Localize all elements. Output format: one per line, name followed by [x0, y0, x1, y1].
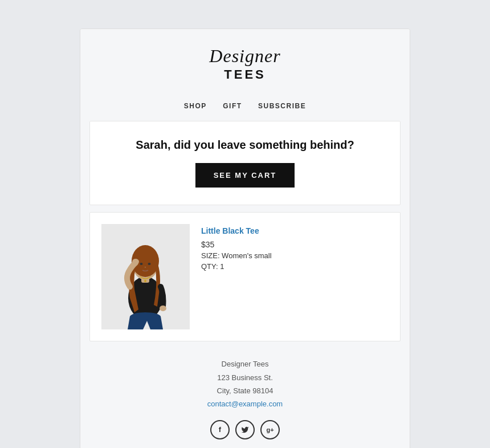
nav-gift-link[interactable]: GIFT [223, 102, 242, 110]
social-icons-container: f g+ [92, 420, 398, 439]
svg-point-8 [132, 259, 139, 264]
footer-company-name: Designer Tees [222, 360, 269, 368]
product-price: $35 [201, 240, 272, 249]
googleplus-icon[interactable]: g+ [260, 420, 280, 439]
product-size: SIZE: Women's small [201, 251, 272, 260]
product-section: Little Black Tee $35 SIZE: Women's small… [89, 212, 401, 341]
brand-sans-name: TEES [92, 67, 398, 82]
product-details: Little Black Tee $35 SIZE: Women's small… [201, 224, 272, 271]
email-container: Designer TEES SHOP GIFT SUBSCRIBE Sarah,… [80, 28, 410, 448]
svg-point-7 [160, 306, 166, 311]
twitter-svg [241, 426, 249, 434]
email-footer: Designer Tees 123 Business St. City, Sta… [80, 341, 410, 448]
product-image [101, 224, 190, 329]
facebook-icon[interactable]: f [210, 420, 230, 439]
see-my-cart-button[interactable]: SEE MY CART [195, 163, 295, 188]
product-qty: QTY: 1 [201, 262, 272, 271]
email-nav: SHOP GIFT SUBSCRIBE [80, 93, 410, 121]
hero-section: Sarah, did you leave something behind? S… [89, 121, 401, 205]
footer-address2: City, State 98104 [217, 386, 273, 395]
email-header: Designer TEES [80, 29, 410, 93]
footer-email-link[interactable]: contact@example.com [207, 400, 283, 408]
brand-script-name: Designer [92, 46, 398, 66]
nav-shop-link[interactable]: SHOP [184, 102, 207, 110]
email-wrapper: Designer TEES SHOP GIFT SUBSCRIBE Sarah,… [11, 11, 479, 448]
svg-point-6 [148, 263, 151, 265]
svg-point-9 [144, 280, 146, 282]
footer-company-info: Designer Tees 123 Business St. City, Sta… [92, 357, 398, 411]
footer-address1: 123 Business St. [217, 373, 273, 382]
nav-subscribe-link[interactable]: SUBSCRIBE [258, 102, 306, 110]
product-name-link[interactable]: Little Black Tee [201, 226, 272, 235]
hero-headline: Sarah, did you leave something behind? [101, 139, 389, 152]
twitter-icon[interactable] [235, 420, 255, 439]
svg-point-5 [140, 263, 143, 265]
